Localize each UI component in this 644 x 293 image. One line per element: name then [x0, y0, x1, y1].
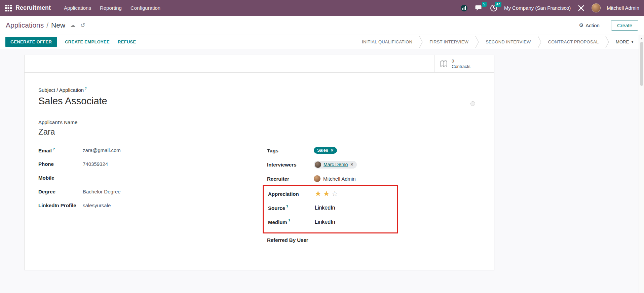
contracts-count: 0 [452, 59, 470, 64]
messages-icon[interactable]: 5 [475, 4, 483, 12]
menu-configuration[interactable]: Configuration [126, 0, 165, 16]
field-grid: Email? zara@gmail.com Phone 740359324 Mo… [38, 146, 475, 250]
medium-row: Medium? LinkedIn [268, 218, 397, 226]
stage-contract-proposal[interactable]: CONTRACT PROPOSAL [541, 39, 606, 44]
contracts-stat-button[interactable]: 0 Contracts [434, 55, 494, 72]
referred-by-user-label: Referred By User [267, 237, 308, 243]
messages-count-badge: 5 [482, 2, 487, 7]
applicant-name-label: Applicant's Name [38, 119, 475, 125]
top-navbar: Recruitment Applications Reporting Confi… [0, 0, 644, 16]
stage-separator [605, 36, 609, 48]
star-filled-icon[interactable]: ★ [315, 190, 321, 197]
statusbar: GENERATE OFFER CREATE EMPLOYEE REFUSE IN… [0, 35, 644, 49]
highlight-red-box: Appreciation ★ ★ ☆ Source? LinkedIn [263, 185, 398, 233]
create-employee-button[interactable]: CREATE EMPLOYEE [61, 37, 114, 47]
kanban-state-circle[interactable] [470, 101, 475, 106]
create-button[interactable]: Create [611, 20, 638, 31]
mobile-label: Mobile [38, 175, 83, 181]
appreciation-label: Appreciation [268, 191, 315, 197]
user-avatar[interactable] [592, 3, 601, 12]
medium-help-icon[interactable]: ? [288, 219, 290, 223]
linkedin-label: LinkedIn Profile [38, 203, 83, 208]
star-empty-icon[interactable]: ☆ [331, 190, 338, 197]
menu-applications[interactable]: Applications [60, 0, 96, 16]
sheet-header: 0 Contracts [25, 55, 494, 73]
company-switcher[interactable]: My Company (San Francisco) [504, 5, 571, 11]
recruiter-label: Recruiter [267, 176, 314, 182]
subject-label-text: Subject / Application [38, 87, 84, 93]
breadcrumb-separator: / [46, 21, 48, 29]
medium-label: Medium? [268, 219, 315, 225]
book-icon [440, 60, 448, 68]
vertical-scrollbar[interactable]: ▲ [639, 35, 644, 293]
tag-sales-label: Sales [317, 148, 328, 153]
medium-value[interactable]: LinkedIn [315, 219, 335, 225]
scroll-up-icon[interactable]: ▲ [639, 35, 644, 40]
applicant-name-value[interactable]: Zara [38, 127, 475, 137]
action-menu[interactable]: ⚙ Action [579, 22, 600, 28]
activities-clock-icon[interactable]: 37 [489, 4, 498, 12]
subject-value: Sales Associate [38, 96, 107, 107]
stage-separator [475, 36, 479, 48]
generate-offer-button[interactable]: GENERATE OFFER [5, 37, 57, 47]
applicant-block: Applicant's Name Zara [38, 119, 475, 137]
user-menu[interactable]: Mitchell Admin [607, 5, 639, 11]
appreciation-stars[interactable]: ★ ★ ☆ [315, 190, 338, 197]
email-label-text: Email [38, 148, 52, 153]
recruiter-name: Mitchell Admin [323, 176, 356, 182]
content-area: 0 Contracts Subject / Application? Sales… [0, 49, 644, 293]
stage-separator [538, 36, 541, 48]
tag-remove-icon[interactable]: ✕ [331, 148, 334, 153]
phone-label: Phone [38, 161, 83, 167]
email-help-icon[interactable]: ? [53, 147, 55, 151]
action-menu-label: Action [585, 23, 600, 28]
source-label: Source? [268, 205, 315, 211]
referred-row: Referred By User [267, 235, 475, 244]
interviewer-remove-icon[interactable]: ✕ [350, 162, 353, 167]
stage-pipeline: INITIAL QUALIFICATION FIRST INTERVIEW SE… [355, 36, 639, 48]
save-cloud-icon[interactable]: ☁ [70, 22, 76, 29]
tags-row: Tags Sales ✕ [267, 146, 475, 155]
subject-input[interactable]: Sales Associate [38, 96, 466, 109]
chevron-down-icon: ▼ [631, 40, 634, 44]
source-help-icon[interactable]: ? [286, 205, 288, 209]
discard-undo-icon[interactable]: ↺ [80, 22, 85, 29]
tools-icon[interactable] [577, 4, 585, 12]
stage-more-dropdown[interactable]: MORE ▼ [609, 39, 639, 44]
refuse-button[interactable]: REFUSE [114, 37, 140, 47]
left-column: Email? zara@gmail.com Phone 740359324 Mo… [38, 146, 267, 250]
source-value[interactable]: LinkedIn [315, 205, 335, 211]
menu-reporting[interactable]: Reporting [96, 0, 126, 16]
stage-second-interview[interactable]: SECOND INTERVIEW [479, 39, 537, 44]
breadcrumb-applications[interactable]: Applications [6, 21, 44, 29]
recruiter-value[interactable]: Mitchell Admin [314, 175, 356, 182]
scrollbar-thumb[interactable] [640, 42, 643, 86]
phone-row: Phone 740359324 [38, 160, 267, 168]
interviewer-name[interactable]: Marc Demo [324, 162, 348, 167]
degree-value[interactable]: Bachelor Degree [83, 189, 121, 194]
phone-value[interactable]: 740359324 [83, 161, 108, 167]
tag-sales[interactable]: Sales ✕ [314, 147, 337, 154]
star-filled-icon[interactable]: ★ [323, 190, 330, 197]
sheet-body: Subject / Application? Sales Associate A… [25, 73, 494, 263]
breadcrumb: Applications / New [6, 21, 65, 29]
systray-status-icon[interactable] [460, 4, 468, 12]
email-row: Email? zara@gmail.com [38, 146, 267, 154]
subject-label: Subject / Application? [38, 87, 475, 93]
degree-row: Degree Bachelor Degree [38, 187, 267, 196]
email-value[interactable]: zara@gmail.com [83, 147, 121, 153]
interviewer-marc-demo[interactable]: Marc Demo ✕ [314, 161, 357, 169]
recruiter-row: Recruiter Mitchell Admin [267, 174, 475, 183]
app-name[interactable]: Recruitment [15, 4, 51, 11]
linkedin-value[interactable]: salesyursale [83, 203, 111, 208]
apps-grid-icon[interactable] [5, 4, 12, 12]
appreciation-row: Appreciation ★ ★ ☆ [268, 189, 397, 198]
breadcrumb-current: New [51, 21, 65, 29]
stage-first-interview[interactable]: FIRST INTERVIEW [423, 39, 475, 44]
stage-more-label: MORE [616, 39, 629, 44]
subject-help-icon[interactable]: ? [85, 87, 87, 90]
tags-label: Tags [267, 148, 314, 153]
stage-initial-qualification[interactable]: INITIAL QUALIFICATION [355, 39, 419, 44]
activities-count-badge: 37 [495, 2, 501, 7]
gear-icon: ⚙ [579, 22, 583, 28]
